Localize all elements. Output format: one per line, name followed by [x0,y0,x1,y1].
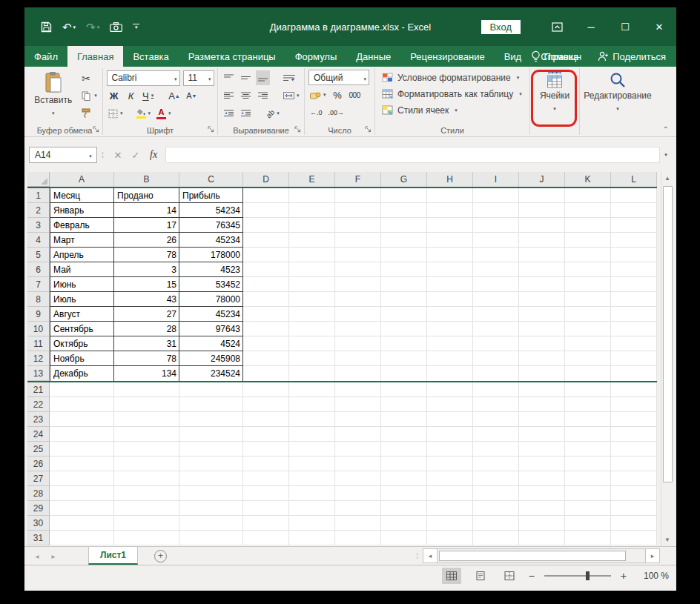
cell-E27[interactable] [289,471,335,486]
chevron-down-icon[interactable] [52,107,55,117]
cell-B5[interactable]: 78 [114,248,179,262]
cell-K8[interactable] [565,292,611,307]
cell-D12[interactable] [243,351,289,366]
number-dialog-launcher-icon[interactable] [365,125,372,134]
cell-J1[interactable] [519,188,565,203]
cell-B29[interactable] [114,501,179,516]
column-header-D[interactable]: D [243,172,289,187]
tab-0[interactable]: Файл [24,46,67,67]
cell-G10[interactable] [381,322,427,336]
cell-D11[interactable] [243,336,289,351]
cell-D5[interactable] [243,248,289,262]
cell-G23[interactable] [381,412,427,427]
cell-J13[interactable] [519,366,565,381]
cell-A1[interactable]: Месяц [50,188,114,203]
cell-D22[interactable] [243,397,289,412]
align-bottom-button[interactable] [256,70,270,85]
tab-6[interactable]: Рецензирование [400,46,494,67]
cell-H28[interactable] [427,486,473,501]
cell-F23[interactable] [335,412,381,427]
page-layout-view-button[interactable] [471,568,490,584]
cell-D1[interactable] [243,188,289,203]
cell-I27[interactable] [473,471,519,486]
scroll-left-icon[interactable]: ◂ [423,548,438,563]
cell-F2[interactable] [335,203,381,218]
cell-D29[interactable] [243,501,289,516]
cell-L25[interactable] [611,442,657,457]
row-header-23[interactable]: 23 [27,412,50,427]
cell-K30[interactable] [565,516,611,531]
hscroll-splitter[interactable]: ⁞ [416,552,418,560]
row-header-5[interactable]: 5 [27,248,50,262]
cell-J22[interactable] [519,397,565,412]
cell-H10[interactable] [427,322,473,336]
row-header-9[interactable]: 9 [27,307,50,322]
tab-help-assistant[interactable]: Помощн [531,50,582,63]
cell-I23[interactable] [473,412,519,427]
cell-E1[interactable] [289,188,335,203]
cell-L13[interactable] [611,366,657,381]
cell-D28[interactable] [243,486,289,501]
cell-A21[interactable] [50,382,114,397]
cell-L9[interactable] [611,307,657,322]
cell-G9[interactable] [381,307,427,322]
cell-K25[interactable] [565,442,611,457]
cell-D23[interactable] [243,412,289,427]
cell-styles-button[interactable]: Стили ячеек [380,102,459,118]
row-header-11[interactable]: 11 [27,336,50,351]
cell-H6[interactable] [427,262,473,277]
row-header-29[interactable]: 29 [27,501,50,516]
column-header-L[interactable]: L [611,172,657,187]
cell-B27[interactable] [114,471,179,486]
cell-E12[interactable] [289,351,335,366]
row-header-21[interactable]: 21 [27,382,50,397]
cell-C25[interactable] [179,442,243,457]
cell-B24[interactable] [114,427,179,442]
cell-H12[interactable] [427,351,473,366]
cell-H5[interactable] [427,248,473,262]
cell-H27[interactable] [427,471,473,486]
cell-C13[interactable]: 234524 [179,366,243,381]
cell-H3[interactable] [427,218,473,233]
cell-L22[interactable] [611,397,657,412]
cell-F5[interactable] [335,248,381,262]
cell-E3[interactable] [289,218,335,233]
cell-E11[interactable] [289,336,335,351]
cell-H22[interactable] [427,397,473,412]
horizontal-scrollbar[interactable] [438,548,645,563]
wrap-text-button[interactable] [282,70,297,85]
alignment-dialog-launcher-icon[interactable] [294,125,301,134]
insert-function-button[interactable]: fx [145,147,162,163]
row-header-22[interactable]: 22 [27,397,50,412]
cell-B6[interactable]: 3 [114,262,179,277]
row-header-10[interactable]: 10 [27,322,50,336]
minimize-button[interactable]: ─ [574,7,608,46]
align-center-button[interactable] [239,88,253,103]
row-header-6[interactable]: 6 [27,262,50,277]
cell-E22[interactable] [289,397,335,412]
scroll-right-icon[interactable]: ▸ [645,548,660,563]
cell-G4[interactable] [381,233,427,248]
cell-L23[interactable] [611,412,657,427]
cell-J26[interactable] [519,457,565,471]
cell-B25[interactable] [114,442,179,457]
redo-button[interactable]: ▾ [86,21,99,33]
decrease-decimal-button[interactable]: .00→ [327,105,346,120]
cell-L28[interactable] [611,486,657,501]
cell-A25[interactable] [50,442,114,457]
column-header-H[interactable]: H [427,172,473,187]
cell-I8[interactable] [473,292,519,307]
italic-button[interactable]: К [124,88,138,103]
cell-B2[interactable]: 14 [114,203,179,218]
cell-G22[interactable] [381,397,427,412]
cell-K23[interactable] [565,412,611,427]
row-header-2[interactable]: 2 [27,203,50,218]
cell-B7[interactable]: 15 [114,277,179,292]
comma-style-button[interactable]: 000 [348,87,362,102]
accounting-format-button[interactable] [308,87,328,102]
cell-K26[interactable] [565,457,611,471]
cell-K1[interactable] [565,188,611,203]
cell-D24[interactable] [243,427,289,442]
shrink-font-button[interactable]: А▼ [185,88,199,103]
cell-B23[interactable] [114,412,179,427]
